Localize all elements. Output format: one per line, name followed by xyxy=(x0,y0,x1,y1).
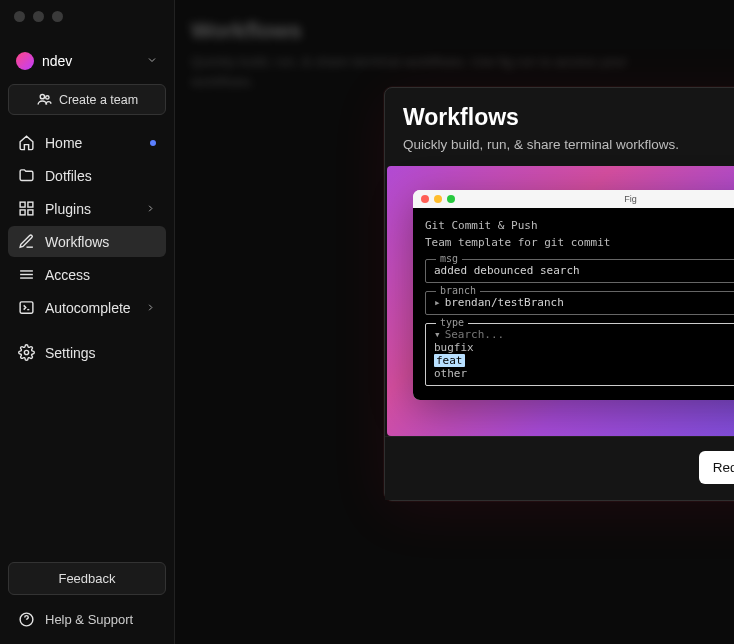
list-icon xyxy=(18,266,35,283)
sidebar-item-label: Workflows xyxy=(45,234,156,250)
sidebar-item-access[interactable]: Access xyxy=(8,259,166,290)
svg-point-1 xyxy=(46,96,49,99)
field-branch-value: brendan/testBranch xyxy=(445,296,564,309)
caret-right-icon: ▸ xyxy=(434,296,441,309)
svg-point-11 xyxy=(24,350,28,354)
field-branch-label: branch xyxy=(436,285,480,296)
modal-footer: Request Early Access xyxy=(385,436,734,500)
svg-rect-3 xyxy=(28,202,33,207)
field-branch: branch ▸brendan/testBranch xyxy=(425,291,734,315)
feedback-button[interactable]: Feedback xyxy=(8,562,166,595)
svg-point-0 xyxy=(40,95,44,99)
chevron-right-icon xyxy=(145,201,156,217)
terminal-app-title: Fig xyxy=(413,194,734,204)
user-menu[interactable]: ndev xyxy=(8,46,166,76)
field-msg: msg added debounced search xyxy=(425,259,734,283)
help-label: Help & Support xyxy=(45,612,133,627)
sidebar-item-home[interactable]: Home xyxy=(8,127,166,158)
terminal-heading: Git Commit & Push xyxy=(425,218,734,235)
sidebar-footer: Feedback Help & Support xyxy=(8,562,166,636)
modal-preview-image: Fig ⌘1 Git Commit & Push Team template f… xyxy=(387,166,734,436)
create-team-button[interactable]: Create a team xyxy=(8,84,166,115)
request-early-access-button[interactable]: Request Early Access xyxy=(699,451,734,484)
gear-icon xyxy=(18,344,35,361)
sidebar-item-label: Settings xyxy=(45,345,156,361)
modal-header: Workflows Quickly build, run, & share te… xyxy=(385,88,734,166)
field-type: type ▾Search... bugfix feat other xyxy=(425,323,734,386)
type-option: other xyxy=(434,367,734,380)
zoom-window-dot[interactable] xyxy=(52,11,63,22)
window-traffic-lights xyxy=(14,11,63,22)
sidebar-nav: Home Dotfiles Plugins Workflows Access xyxy=(8,127,166,368)
minimize-window-dot[interactable] xyxy=(33,11,44,22)
sidebar-item-dotfiles[interactable]: Dotfiles xyxy=(8,160,166,191)
page-title-blurred: Workflows xyxy=(191,18,691,44)
sidebar-item-plugins[interactable]: Plugins xyxy=(8,193,166,224)
help-support-link[interactable]: Help & Support xyxy=(8,605,166,636)
type-option: bugfix xyxy=(434,341,734,354)
svg-rect-4 xyxy=(20,210,25,215)
sidebar-item-workflows[interactable]: Workflows xyxy=(8,226,166,257)
caret-down-icon: ▾ xyxy=(434,328,441,341)
app-window: ndev Create a team Home Dotfiles xyxy=(0,0,734,644)
main-content: Workflows Quickly build, run, & share te… xyxy=(175,0,734,644)
sidebar-item-label: Home xyxy=(45,135,140,151)
create-team-label: Create a team xyxy=(59,93,138,107)
sidebar-item-label: Dotfiles xyxy=(45,168,156,184)
sidebar-item-label: Plugins xyxy=(45,201,135,217)
avatar xyxy=(16,52,34,70)
compose-icon xyxy=(18,233,35,250)
svg-rect-2 xyxy=(20,202,25,207)
sidebar: ndev Create a team Home Dotfiles xyxy=(0,0,175,644)
folder-icon xyxy=(18,167,35,184)
modal-subtitle: Quickly build, run, & share terminal wor… xyxy=(403,137,734,152)
svg-rect-5 xyxy=(28,210,33,215)
terminal-titlebar: Fig ⌘1 xyxy=(413,190,734,208)
type-option-selected: feat xyxy=(434,354,465,367)
people-icon xyxy=(36,91,53,108)
terminal-icon xyxy=(18,299,35,316)
username-label: ndev xyxy=(42,53,146,69)
workflows-modal: Workflows Quickly build, run, & share te… xyxy=(384,87,734,501)
notification-badge xyxy=(150,140,156,146)
home-icon xyxy=(18,134,35,151)
modal-title: Workflows xyxy=(403,104,734,131)
sidebar-item-settings[interactable]: Settings xyxy=(8,337,166,368)
sidebar-item-label: Autocomplete xyxy=(45,300,135,316)
terminal-subheading: Team template for git commit xyxy=(425,235,734,252)
help-icon xyxy=(18,611,35,628)
sidebar-item-label: Access xyxy=(45,267,156,283)
background-content-blurred: Workflows Quickly build, run, & share te… xyxy=(191,18,691,93)
field-msg-label: msg xyxy=(436,253,462,264)
field-type-label: type xyxy=(436,317,468,328)
field-msg-value: added debounced search xyxy=(434,264,580,277)
sidebar-item-autocomplete[interactable]: Autocomplete xyxy=(8,292,166,323)
grid-icon xyxy=(18,200,35,217)
search-placeholder: Search... xyxy=(445,328,505,341)
close-window-dot[interactable] xyxy=(14,11,25,22)
chevron-down-icon xyxy=(146,52,158,70)
terminal-preview: Fig ⌘1 Git Commit & Push Team template f… xyxy=(413,190,734,400)
terminal-body: Git Commit & Push Team template for git … xyxy=(413,208,734,400)
chevron-right-icon xyxy=(145,300,156,316)
